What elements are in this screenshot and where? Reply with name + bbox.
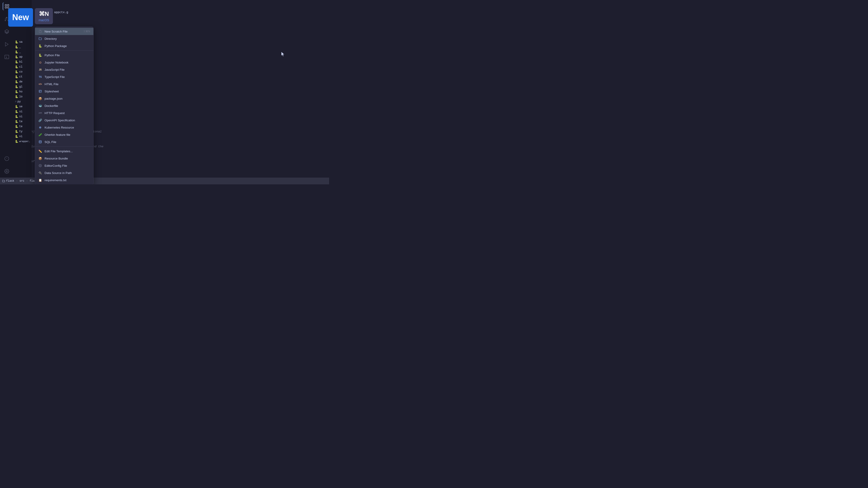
js-icon: JS [38, 68, 42, 72]
shortcut-key: ⌘N [39, 10, 49, 18]
menu-item-label: Edit File Templates... [44, 150, 73, 153]
tree-item[interactable]: 🐍 ho [13, 89, 32, 94]
new-button[interactable]: New [8, 8, 33, 27]
menu-item-jupyter-notebook[interactable]: ⊙ Jupyter Notebook [35, 59, 93, 66]
menu-item-requirements-txt[interactable]: 📋 requirements.txt [35, 176, 93, 184]
sidebar-icon-notifications[interactable] [3, 155, 11, 163]
menu-item-label: Python File [44, 54, 60, 57]
menu-item-package-json[interactable]: 📦 package.json [35, 95, 93, 102]
svg-rect-15 [39, 90, 41, 93]
shortcut-os: macOS [39, 18, 49, 22]
tree-item[interactable]: 🐍 si [13, 114, 32, 119]
requirements-icon: 📋 [38, 178, 42, 182]
menu-item-editorconfig-file[interactable]: EditorConfig File [35, 162, 93, 169]
menu-item-label: TypeScript File [44, 75, 65, 78]
tree-item[interactable]: 🐍 _ [13, 50, 32, 55]
stylesheet-icon [38, 89, 42, 93]
menu-item-kubernetes-resource[interactable]: ☸ Kubernetes Resource [35, 124, 93, 131]
tree-item[interactable]: 🐍 te [13, 124, 32, 129]
menu-item-label: package.json [44, 97, 63, 100]
menu-item-label: Kubernetes Resource [44, 126, 74, 129]
http-request-icon: API [38, 111, 42, 115]
tree-item[interactable]: 🐍 _ [13, 44, 32, 50]
menu-item-directory[interactable]: Directory [35, 35, 93, 42]
editorconfig-icon [38, 164, 42, 168]
menu-item-label: SQL File [44, 140, 56, 144]
menu-item-label: Directory [44, 37, 57, 40]
menu-item-label: Gherkin feature file [44, 133, 70, 136]
svg-point-19 [40, 165, 41, 166]
sidebar-icon-run[interactable] [3, 40, 11, 48]
tree-item[interactable]: 🐍 bl [13, 59, 32, 64]
menu-item-label: New Scratch File [44, 30, 68, 33]
menu-item-javascript-file[interactable]: JS JavaScript File [35, 66, 93, 73]
menu-item-stylesheet[interactable]: Stylesheet [35, 88, 93, 95]
menu-item-label: Python Package [44, 44, 67, 48]
menu-item-edit-file-templates[interactable]: ✏️ Edit File Templates... [35, 148, 93, 155]
menu-item-sql-file[interactable]: SQL File [35, 138, 93, 145]
tree-item[interactable]: 🐍 se [13, 104, 32, 109]
menu-item-label: EditorConfig File [44, 164, 67, 167]
menu-item-label: OpenAPI Specification [44, 119, 75, 122]
menu-item-openapi-spec[interactable]: 🔗 OpenAPI Specification [35, 117, 93, 124]
new-button-label: New [12, 13, 29, 22]
tree-item[interactable]: ≡ py [13, 99, 32, 104]
svg-point-14 [6, 170, 7, 172]
svg-rect-1 [7, 4, 9, 6]
sidebar-icon-settings[interactable] [3, 167, 11, 175]
tree-item[interactable]: 🐍 vi [13, 134, 32, 139]
tree-item[interactable]: 🐍 co [13, 69, 32, 74]
menu-item-gherkin-feature-file[interactable]: 🥒 Gherkin feature file [35, 131, 93, 138]
package-json-icon: 📦 [38, 96, 42, 101]
sidebar-icon-terminal[interactable] [3, 53, 11, 61]
svg-rect-0 [5, 4, 6, 6]
tree-item[interactable]: 🐍 lo [13, 94, 32, 99]
svg-marker-7 [5, 30, 9, 32]
menu-item-label: Jupyter Notebook [44, 61, 68, 64]
menu-item-resource-bundle[interactable]: 📦 Resource Bundle [35, 155, 93, 162]
menu-item-label: Stylesheet [44, 90, 59, 93]
tree-item[interactable]: 🐍 de [13, 79, 32, 84]
menu-item-typescript-file[interactable]: TS TypeScript File [35, 73, 93, 80]
tree-item[interactable]: 🐍 te [13, 119, 32, 124]
svg-rect-2 [5, 7, 6, 8]
menu-item-label: requirements.txt [44, 178, 66, 182]
html-icon: </> [38, 82, 42, 86]
svg-rect-9 [5, 55, 9, 59]
menu-item-label: Dockerfile [44, 104, 58, 107]
dockerfile-icon: 🐳 [38, 104, 42, 108]
menu-item-label: Data Source in Path [44, 171, 72, 175]
menu-item-data-source-in-path[interactable]: 🔌 Data Source in Path [35, 169, 93, 176]
breadcrumb-flask: flask [6, 180, 14, 183]
menu-item-html-file[interactable]: </> HTML File [35, 80, 93, 88]
python-file-icon: 🐍 [38, 53, 42, 57]
directory-icon [38, 37, 42, 41]
python-package-icon: 🐍 [38, 44, 42, 48]
openapi-icon: 🔗 [38, 118, 42, 122]
resource-bundle-icon: 📦 [38, 156, 42, 160]
menu-item-python-file[interactable]: 🐍 Python File [35, 52, 93, 59]
tree-item[interactable]: 🐍 ty [13, 129, 32, 134]
sidebar-icon-layers[interactable] [3, 28, 11, 36]
menu-item-label: HTTP Request [44, 111, 65, 115]
edit-templates-icon: ✏️ [38, 149, 42, 153]
tree-item[interactable]: 🐍 ct [13, 74, 32, 79]
menu-item-label: Resource Bundle [44, 157, 68, 160]
tree-item[interactable]: 🐍 gl [13, 84, 32, 89]
tree-item[interactable]: 🐍 si [13, 109, 32, 114]
breadcrumb-src: src [20, 180, 24, 183]
tree-item[interactable]: 🐍 ap [13, 55, 32, 59]
svg-marker-8 [5, 42, 8, 46]
menu-item-http-request[interactable]: API HTTP Request [35, 109, 93, 117]
svg-point-18 [39, 140, 41, 141]
scratch-file-icon [38, 29, 42, 33]
menu-item-new-scratch-file[interactable]: New Scratch File ⇧⌘N [35, 28, 93, 35]
menu-item-python-package[interactable]: 🐍 Python Package [35, 42, 93, 50]
menu-item-dockerfile[interactable]: 🐳 Dockerfile [35, 102, 93, 109]
tree-item[interactable]: 🐍 cl [13, 64, 32, 69]
tree-item[interactable]: 🐍 sa [13, 39, 32, 44]
jupyter-icon: ⊙ [38, 60, 42, 64]
data-source-icon: 🔌 [38, 171, 42, 175]
menu-item-label: HTML File [44, 83, 59, 86]
tree-item[interactable]: 🐍 wrappers.py [13, 139, 32, 144]
